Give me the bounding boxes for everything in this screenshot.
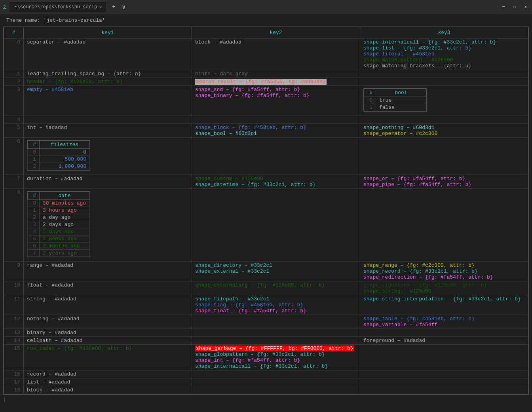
active-tab[interactable]: ~\source\repos\forks\nu_scrip ✕ <box>10 2 107 12</box>
row-5-col1: int – #adadad <box>24 124 192 138</box>
row-11-col2-line1: shape_filepath – #33c2c1 <box>195 296 357 302</box>
titlebar: Σ ~\source\repos\forks\nu_scrip ✕ + ∨ — … <box>0 0 532 14</box>
row-num-5: 5 <box>4 124 24 138</box>
row-15-col2-line3: shape_int – {fg: #fa54ff, attr: b} <box>195 357 357 363</box>
row-1-col3 <box>360 70 528 78</box>
filesizes-val-2: 1,000,000 <box>40 163 90 170</box>
filesizes-mini-table: # filesizes 0 0 1 <box>27 140 90 171</box>
row-4-col3 <box>360 116 528 124</box>
search-result-highlight: search_result – {fg: #fa5355, bg: #adada… <box>195 79 327 85</box>
row-5-col1-text: int – #adadad <box>27 125 67 131</box>
row-3-col2-line2: shape_binary – {fg: #fa54ff, attr: b} <box>195 93 357 99</box>
date-row-4: 4 5 days ago <box>28 228 90 235</box>
row-13-col2 <box>192 329 360 337</box>
row-9-col2: shape_directory – #33c2c1 shape_external… <box>192 262 360 281</box>
col-key1-header: key1 <box>24 27 192 38</box>
window-controls: — ☐ ✕ <box>500 4 529 10</box>
row-num-13: 13 <box>4 329 24 337</box>
date-row-7: 7 2 years ago <box>28 250 90 257</box>
row-11-col2-line3: shape_float – {fg: #fa54ff, attr: b} <box>195 308 357 314</box>
row-12-col3-line2: shape_variable – #fa54ff <box>363 322 525 328</box>
row-18-col1: block – #adadad <box>24 386 192 394</box>
table-row: 17 list – #adadad <box>4 378 528 386</box>
garbage-highlight: shape_garbage – {fg: #FFFFFF, bg: #FF000… <box>195 346 354 351</box>
new-tab-button[interactable]: + <box>110 4 117 11</box>
row-3-col2-line1: shape_and – {fg: #fa54ff, attr: b} <box>195 87 357 93</box>
row-15-col3 <box>360 345 528 370</box>
row-9-col1-text: range – #adadad <box>27 262 73 268</box>
row-6-col3 <box>360 138 528 175</box>
row-2-col3 <box>360 78 528 86</box>
table-row: 18 block – #adadad <box>4 386 528 394</box>
date-row-6: 6 2 months ago <box>28 243 90 250</box>
row-11-col1: string – #adadad <box>24 295 192 315</box>
row-17-col1-text: list – #adadad <box>27 379 70 385</box>
bool-mini-table: # bool 0 true 1 <box>363 88 427 112</box>
date-val-5: 4 weeks ago <box>40 235 90 243</box>
row-9-col3: shape_range – {fg: #c2c300, attr: b} sha… <box>360 262 528 281</box>
row-14-col1: cellpath – #adadad <box>24 337 192 345</box>
table-row: 6 # filesizes <box>4 138 528 175</box>
row-num-11: 11 <box>4 295 24 315</box>
row-10-col1: float – #adadad <box>24 281 192 295</box>
table-row: 4 <box>4 116 528 124</box>
main-table: # key1 key2 key3 0 separator – #adadad b… <box>4 27 528 394</box>
row-5-col2-line2: shape_bool – #60d3d1 <box>195 131 357 137</box>
row-7-col2: shape_custom – #126e00 shape_datetime – … <box>192 175 360 189</box>
row-num-14: 14 <box>4 337 24 345</box>
row-4-col1 <box>24 116 192 124</box>
maximize-button[interactable]: ☐ <box>511 4 518 10</box>
tab-dropdown-button[interactable]: ∨ <box>120 3 127 11</box>
bool-row-1-val: false <box>376 104 426 111</box>
table-row: 0 separator – #adadad block – #adadad sh… <box>4 38 528 70</box>
row-7-col2-line2: shape_datetime – {fg: #33c2c1, attr: b} <box>195 182 357 188</box>
row-3-col1: empty – #4581eb <box>24 86 192 116</box>
row-num-7: 7 <box>4 175 24 189</box>
row-14-col3-text: foreground – #adadad <box>363 338 425 344</box>
row-2-col1-text: header – {fg: #126e00, attr: b} <box>27 79 123 85</box>
close-button[interactable]: ✕ <box>522 4 529 10</box>
filesizes-row-0: 0 0 <box>28 149 90 156</box>
row-13-col3 <box>360 329 528 337</box>
row-7-col3-line1: shape_or – {fg: #fa54ff, attr: b} <box>363 176 525 182</box>
row-15-col1-text: row_index – {fg: #126e00, attr: b} <box>27 346 132 351</box>
date-row-3: 3 2 days ago <box>28 221 90 228</box>
row-num-18: 18 <box>4 386 24 394</box>
row-0-col2: block – #adadad <box>192 38 360 70</box>
col-hash-header: # <box>4 27 24 38</box>
bool-row-0-val: true <box>376 97 426 104</box>
row-num-10: 10 <box>4 281 24 295</box>
row-num-0: 0 <box>4 38 24 70</box>
row-num-8: 8 <box>4 189 24 262</box>
row-12-col1: nothing – #adadad <box>24 315 192 329</box>
bool-row-1: 1 false <box>364 104 426 111</box>
row-16-col1-text: record – #adadad <box>27 371 76 377</box>
tab-close-button[interactable]: ✕ <box>99 5 102 9</box>
row-12-col3: shape_table – {fg: #4581eb, attr: b} sha… <box>360 315 528 329</box>
table-row: 8 # date <box>4 189 528 262</box>
row-11-col2-line2: shape_flag – {fg: #4581eb, attr: b} <box>195 302 357 308</box>
row-17-col1: list – #adadad <box>24 378 192 386</box>
terminal-icon: Σ <box>3 4 6 10</box>
table-row: 13 binary – #adadad <box>4 329 528 337</box>
row-0-col3-line4: shape_match_pattern – #126e00 <box>363 57 525 63</box>
row-num-9: 9 <box>4 262 24 281</box>
table-header-row: # key1 key2 key3 <box>4 27 528 38</box>
row-14-col3: foreground – #adadad <box>360 337 528 345</box>
table-row: 9 range – #adadad shape_directory – #33c… <box>4 262 528 281</box>
row-0-col3-line5: shape_matching_brackets – {attr: u} <box>363 63 525 69</box>
date-val-3: 2 days ago <box>40 221 90 228</box>
row-num-12: 12 <box>4 315 24 329</box>
minimize-button[interactable]: — <box>500 4 507 10</box>
date-val-4: 5 days ago <box>40 228 90 235</box>
row-10-col3-line2: shape_string – #126e00 <box>363 288 525 294</box>
row-5-col3: shape_nothing – #60d3d1 shape_operator –… <box>360 124 528 138</box>
date-header: date <box>40 192 90 200</box>
date-row-0: 0 30 minutes ago <box>28 200 90 207</box>
row-14-col2 <box>192 337 360 345</box>
row-7-col1: duration – #adadad <box>24 175 192 189</box>
filesizes-row-1: 1 500,000 <box>28 156 90 163</box>
row-18-col1-text: block – #adadad <box>27 387 73 393</box>
filesizes-val-1: 500,000 <box>40 156 90 163</box>
row-num-4: 4 <box>4 116 24 124</box>
